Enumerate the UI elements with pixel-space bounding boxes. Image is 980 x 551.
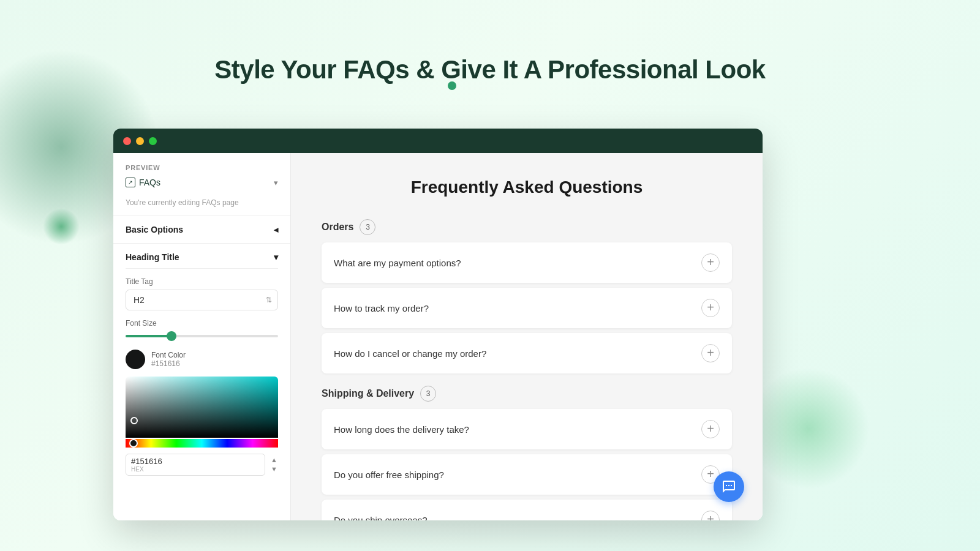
shipping-count-badge: 3 (420, 386, 436, 402)
title-tag-select-wrapper: H1 H2 H3 H4 H5 H6 ⇅ (126, 290, 278, 310)
faq-page-title: Frequently Asked Questions (322, 178, 732, 197)
faq-category-orders: Orders 3 What are my payment options? + … (322, 219, 732, 373)
color-picker[interactable]: #151616 HEX ▲ ▼ (126, 377, 278, 476)
faq-expand-button[interactable]: + (701, 253, 720, 272)
bg-decoration-2 (747, 367, 870, 490)
orders-header: Orders 3 (322, 219, 732, 235)
shipping-category-name: Shipping & Delivery (322, 388, 414, 399)
slider-thumb[interactable] (167, 331, 176, 341)
faq-question: What are my payment options? (334, 258, 461, 268)
bg-decoration-4 (43, 208, 80, 245)
orders-count-badge: 3 (360, 219, 375, 235)
heading-chevron-icon: ▾ (274, 252, 278, 262)
basic-options-header[interactable]: Basic Options ◂ (113, 216, 290, 243)
title-tag-label: Title Tag (126, 277, 278, 286)
hex-label: HEX (131, 466, 260, 473)
hex-value: #151616 (131, 457, 260, 466)
faq-question: How long does the delivery take? (334, 424, 469, 435)
chevron-right-icon: ▾ (274, 178, 278, 187)
title-bar (113, 129, 763, 153)
preview-link-text: FAQs (139, 178, 160, 187)
faq-question: How to track my order? (334, 303, 429, 313)
hex-input-row: #151616 HEX ▲ ▼ (126, 454, 278, 476)
faq-question: Do you offer free shipping? (334, 470, 444, 480)
external-link-icon (126, 178, 135, 187)
traffic-light-yellow[interactable] (136, 137, 144, 145)
faq-expand-button[interactable]: + (701, 299, 720, 317)
hex-stepper[interactable]: ▲ ▼ (270, 456, 278, 473)
basic-options-section: Basic Options ◂ (113, 216, 290, 244)
plus-icon: + (707, 513, 714, 520)
faq-expand-button[interactable]: + (701, 344, 720, 362)
hue-thumb (129, 439, 138, 448)
faq-item: What are my payment options? + (322, 242, 732, 283)
page-title: Style Your FAQs & Give It A Professional… (0, 0, 980, 84)
heading-content: Title Tag H1 H2 H3 H4 H5 H6 ⇅ Font Size (126, 269, 278, 484)
main-content: Frequently Asked Questions Orders 3 What… (291, 153, 763, 520)
plus-icon: + (707, 422, 714, 435)
heading-title-header[interactable]: Heading Title ▾ (126, 244, 278, 269)
title-tag-select[interactable]: H1 H2 H3 H4 H5 H6 (126, 290, 278, 310)
editing-note: You're currently editing FAQs page (113, 195, 290, 216)
heading-title-label: Heading Title (126, 252, 179, 262)
chat-icon (722, 479, 736, 494)
faq-item: How to track my order? + (322, 288, 732, 328)
traffic-light-red[interactable] (123, 137, 131, 145)
hex-input-wrap[interactable]: #151616 HEX (126, 454, 265, 476)
plus-icon: + (707, 256, 714, 268)
hex-increment-button[interactable]: ▲ (270, 456, 278, 464)
font-size-slider[interactable] (126, 332, 278, 340)
font-size-label: Font Size (126, 319, 278, 328)
browser-window: PREVIEW FAQs ▾ You're currently editing … (113, 129, 763, 520)
preview-link-row: FAQs ▾ (126, 178, 278, 187)
plus-icon: + (707, 468, 714, 480)
preview-link[interactable]: FAQs (126, 178, 160, 187)
faq-item: Do you ship overseas? + (322, 500, 732, 520)
font-color-label: Font Color (151, 351, 186, 359)
faq-expand-button[interactable]: + (701, 511, 720, 520)
orders-category-name: Orders (322, 222, 353, 233)
sidebar-top: PREVIEW FAQs ▾ (113, 153, 290, 195)
color-picker-cursor (130, 417, 138, 424)
basic-options-label: Basic Options (126, 225, 183, 234)
collapse-icon: ◂ (274, 225, 278, 234)
faq-item: Do you offer free shipping? + (322, 454, 732, 495)
font-color-swatch[interactable] (126, 350, 145, 369)
font-color-hex: #151616 (151, 359, 186, 368)
color-hue-bar[interactable] (126, 439, 278, 448)
hex-decrement-button[interactable]: ▼ (270, 465, 278, 473)
font-color-row: Font Color #151616 (126, 350, 278, 369)
heading-title-section: Heading Title ▾ Title Tag H1 H2 H3 H4 H5… (113, 244, 290, 484)
preview-label: PREVIEW (126, 164, 278, 171)
sidebar: PREVIEW FAQs ▾ You're currently editing … (113, 153, 291, 520)
chat-button[interactable] (714, 471, 744, 502)
shipping-header: Shipping & Delivery 3 (322, 386, 732, 402)
slider-fill (126, 335, 172, 337)
color-gradient[interactable] (126, 377, 278, 438)
plus-icon: + (707, 347, 714, 359)
plus-icon: + (707, 301, 714, 313)
traffic-light-green[interactable] (149, 137, 157, 145)
faq-item: How do I cancel or change my order? + (322, 333, 732, 373)
faq-question: Do you ship overseas? (334, 515, 428, 521)
browser-body: PREVIEW FAQs ▾ You're currently editing … (113, 153, 763, 520)
slider-track (126, 335, 278, 337)
faq-expand-button[interactable]: + (701, 420, 720, 438)
faq-question: How do I cancel or change my order? (334, 348, 486, 359)
font-color-info: Font Color #151616 (151, 351, 186, 368)
faq-category-shipping: Shipping & Delivery 3 How long does the … (322, 386, 732, 520)
faq-item: How long does the delivery take? + (322, 409, 732, 449)
